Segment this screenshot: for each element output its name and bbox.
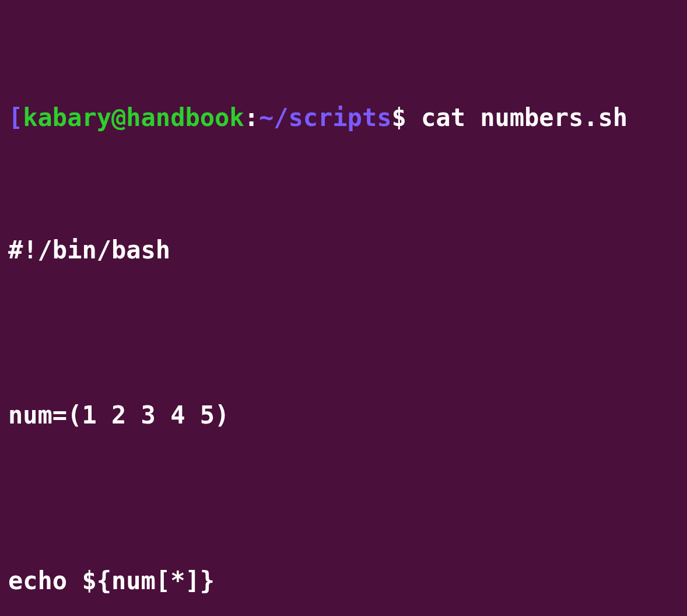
colon: :	[244, 103, 259, 132]
user-host: kabary@handbook	[23, 103, 244, 132]
command-1: cat numbers.sh	[406, 103, 628, 132]
prompt-line-1: [kabary@handbook:~/scripts$ cat numbers.…	[8, 102, 682, 135]
cwd-path: ~/scripts	[259, 103, 392, 132]
script-line: echo ${num[*]}	[8, 565, 682, 598]
script-line: num=(1 2 3 4 5)	[8, 399, 682, 432]
bracket-open-icon: [	[8, 103, 23, 132]
dollar-sign: $	[391, 103, 406, 132]
terminal[interactable]: [kabary@handbook:~/scripts$ cat numbers.…	[0, 0, 687, 616]
script-line: #!/bin/bash	[8, 234, 682, 267]
